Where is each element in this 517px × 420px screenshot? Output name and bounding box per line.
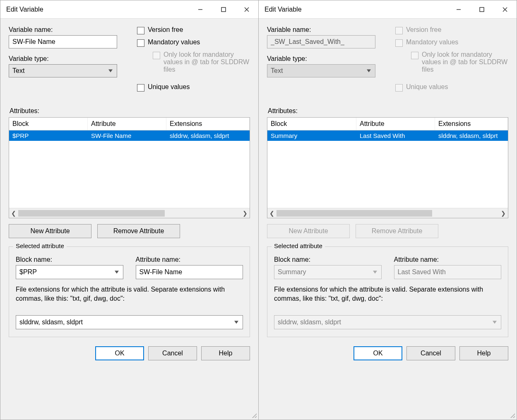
- block-name-label: Block name:: [16, 256, 123, 263]
- version-free-label: Version free: [406, 26, 441, 34]
- remove-attribute-button[interactable]: Remove Attribute: [97, 224, 180, 238]
- new-attribute-button: New Attribute: [267, 224, 350, 238]
- unique-values-checkbox[interactable]: [137, 84, 144, 92]
- table-row[interactable]: Summary Last Saved With slddrw, sldasm, …: [267, 130, 508, 141]
- attributes-label: Attributes:: [10, 107, 250, 115]
- col-attribute[interactable]: Attribute: [356, 118, 435, 130]
- titlebar: Edit Variable: [0, 0, 258, 19]
- variable-type-select[interactable]: Text: [9, 64, 117, 77]
- horizontal-scrollbar[interactable]: ❮ ❯: [9, 208, 250, 218]
- variable-name-input[interactable]: [9, 35, 117, 48]
- help-button[interactable]: Help: [459, 346, 508, 360]
- minimize-button[interactable]: [189, 0, 212, 19]
- ok-button[interactable]: OK: [95, 346, 144, 360]
- unique-values-label: Unique values: [148, 83, 190, 91]
- mandatory-values-checkbox[interactable]: [137, 39, 144, 47]
- block-name-label: Block name:: [274, 256, 382, 263]
- selected-attribute-group: Selected attribute Block name: $PRP Attr…: [9, 246, 250, 337]
- edit-variable-dialog-right: Edit Variable Variable name: Variable ty…: [259, 0, 517, 420]
- mandatory-at-tab-checkbox: [153, 52, 160, 59]
- titlebar: Edit Variable: [259, 0, 517, 19]
- attributes-table[interactable]: Block Attribute Extensions Summary Last …: [267, 117, 508, 218]
- attribute-name-input[interactable]: [136, 265, 243, 279]
- version-free-label: Version free: [148, 26, 183, 34]
- cancel-button[interactable]: Cancel: [148, 346, 197, 360]
- scroll-left-icon[interactable]: ❮: [9, 208, 18, 218]
- attributes-label: Attributes:: [268, 107, 508, 115]
- variable-name-label: Variable name:: [267, 26, 383, 34]
- scroll-left-icon[interactable]: ❮: [267, 208, 277, 218]
- variable-type-select: Text: [267, 64, 375, 77]
- mandatory-at-tab-checkbox: [411, 52, 418, 59]
- close-button[interactable]: [493, 0, 517, 19]
- col-block[interactable]: Block: [9, 118, 88, 130]
- variable-name-label: Variable name:: [9, 26, 125, 34]
- selected-attribute-legend: Selected attribute: [13, 242, 67, 249]
- scroll-right-icon[interactable]: ❯: [499, 208, 508, 218]
- mandatory-at-tab-label: Only look for mandatory values in @ tab …: [422, 51, 508, 73]
- svg-rect-5: [480, 7, 484, 12]
- maximize-button[interactable]: [212, 0, 235, 19]
- mandatory-at-tab-label: Only look for mandatory values in @ tab …: [164, 51, 250, 73]
- attributes-table[interactable]: Block Attribute Extensions $PRP SW-File …: [9, 117, 250, 218]
- scroll-right-icon[interactable]: ❯: [240, 208, 250, 218]
- dialog-title: Edit Variable: [0, 6, 189, 13]
- version-free-checkbox[interactable]: [137, 27, 144, 34]
- attribute-name-input: [394, 265, 502, 279]
- horizontal-scrollbar[interactable]: ❮ ❯: [267, 208, 508, 218]
- mandatory-values-label: Mandatory values: [406, 39, 458, 46]
- dialog-title: Edit Variable: [259, 6, 447, 13]
- col-block[interactable]: Block: [267, 118, 356, 130]
- col-extensions[interactable]: Extensions: [166, 118, 250, 130]
- variable-type-label: Variable type:: [267, 55, 383, 63]
- col-extensions[interactable]: Extensions: [435, 118, 508, 130]
- resize-grip-icon[interactable]: [509, 412, 515, 418]
- block-name-select[interactable]: $PRP: [16, 265, 123, 279]
- ok-button[interactable]: OK: [353, 346, 402, 360]
- table-header: Block Attribute Extensions: [9, 118, 250, 130]
- extensions-select[interactable]: slddrw, sldasm, sldprt: [16, 315, 243, 329]
- close-button[interactable]: [235, 0, 258, 19]
- variable-name-input: [267, 35, 375, 48]
- remove-attribute-button: Remove Attribute: [356, 224, 438, 238]
- maximize-button[interactable]: [470, 0, 493, 19]
- attribute-name-label: Attribute name:: [394, 256, 502, 263]
- extensions-select: slddrw, sldasm, sldprt: [274, 315, 501, 329]
- attribute-name-label: Attribute name:: [136, 256, 243, 263]
- table-row[interactable]: $PRP SW-File Name slddrw, sldasm, sldprt: [9, 130, 250, 141]
- extensions-help-text: File extensions for which the attribute …: [16, 285, 243, 304]
- table-header: Block Attribute Extensions: [267, 118, 508, 130]
- cancel-button[interactable]: Cancel: [406, 346, 455, 360]
- unique-values-checkbox: [395, 84, 403, 92]
- variable-type-label: Variable type:: [9, 55, 125, 63]
- selected-attribute-legend: Selected attribute: [272, 242, 325, 249]
- resize-grip-icon[interactable]: [251, 412, 257, 418]
- mandatory-values-label: Mandatory values: [148, 39, 200, 46]
- extensions-help-text: File extensions for which the attribute …: [274, 285, 501, 304]
- unique-values-label: Unique values: [406, 83, 448, 91]
- mandatory-values-checkbox: [395, 39, 403, 47]
- version-free-checkbox: [395, 27, 403, 34]
- scroll-thumb[interactable]: [277, 210, 432, 217]
- help-button[interactable]: Help: [201, 346, 250, 360]
- selected-attribute-group: Selected attribute Block name: Summary A…: [267, 246, 508, 337]
- svg-rect-1: [221, 7, 226, 12]
- block-name-select: Summary: [274, 265, 382, 279]
- new-attribute-button[interactable]: New Attribute: [9, 224, 91, 238]
- col-attribute[interactable]: Attribute: [88, 118, 166, 130]
- scroll-thumb[interactable]: [18, 210, 165, 217]
- minimize-button[interactable]: [447, 0, 470, 19]
- edit-variable-dialog-left: Edit Variable Variable name: Variable ty…: [0, 0, 259, 420]
